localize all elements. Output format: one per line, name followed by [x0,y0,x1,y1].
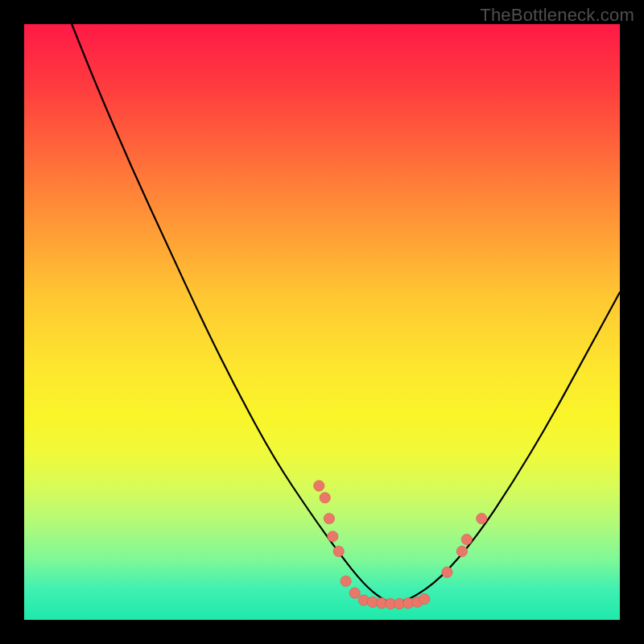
data-point [442,567,452,577]
data-point [477,514,487,524]
data-points [314,481,487,609]
data-point [328,531,338,542]
data-point [349,588,360,598]
watermark-text: TheBottleneck.com [480,5,634,26]
data-point [314,481,324,491]
data-point [341,576,351,586]
data-point [419,593,430,604]
chart-svg [24,24,620,620]
data-point [324,514,334,524]
data-point [320,493,330,503]
data-point [456,546,467,556]
data-point [333,546,344,556]
data-point [461,534,472,544]
bottleneck-curve [72,24,620,602]
